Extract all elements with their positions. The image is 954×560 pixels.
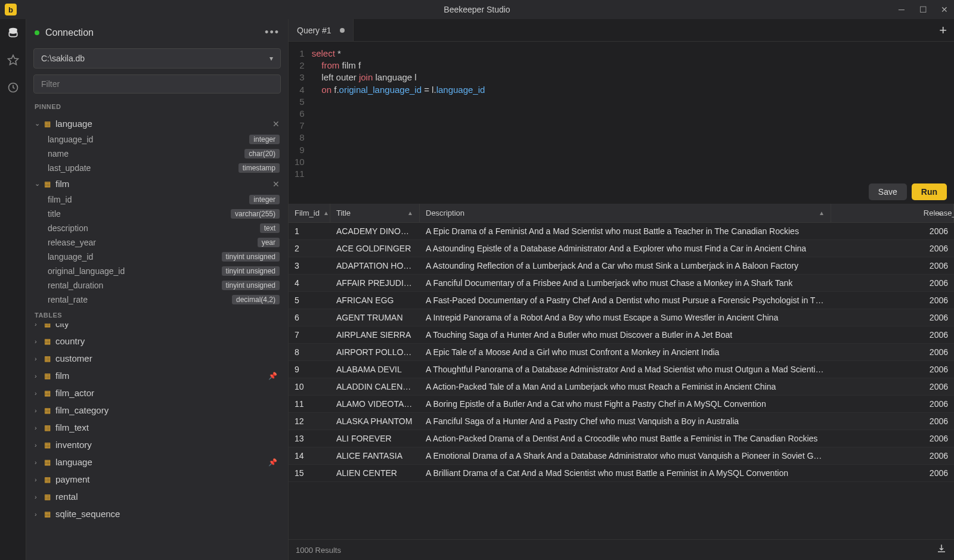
column-name: name (48, 149, 244, 158)
unpin-icon[interactable]: ✕ (272, 179, 280, 189)
column-name: release_year (48, 238, 258, 247)
table-node[interactable]: › ▦ language 📌 (26, 453, 288, 471)
chevron-down-icon: ▾ (270, 54, 273, 63)
maximize-icon[interactable]: ☐ (918, 5, 928, 14)
table-node[interactable]: › ▦ film_actor (26, 384, 288, 402)
run-button[interactable]: Run (912, 183, 947, 200)
column-type: tinyint unsigned (222, 266, 280, 276)
cell: 2006 (912, 330, 954, 340)
table-node[interactable]: › ▦ city (26, 323, 288, 332)
close-window-icon[interactable]: ✕ (940, 5, 949, 14)
cell: A Emotional Drama of a A Shark And a Dat… (420, 451, 831, 461)
table-node[interactable]: › ▦ sqlite_sequence (26, 505, 288, 522)
column-header[interactable]: Description▲ (420, 204, 831, 222)
connection-menu-button[interactable]: ••• (265, 26, 280, 39)
cell: A Astounding Reflection of a Lumberjack … (420, 261, 831, 270)
chevron-right-icon: › (35, 338, 41, 345)
query-tab[interactable]: Query #1 (289, 19, 354, 41)
table-name: film_category (55, 405, 280, 415)
cell: 2006 (912, 382, 954, 391)
cell: AIRPORT POLLOCK (330, 347, 420, 357)
table-name: customer (55, 353, 280, 363)
table-node[interactable]: › ▦ payment (26, 471, 288, 488)
database-select[interactable]: C:\sakila.db ▾ (33, 48, 281, 69)
cell: 2006 (912, 244, 954, 253)
unpin-icon[interactable]: ✕ (272, 119, 280, 129)
cell: 8 (289, 347, 330, 357)
sort-icon: ▲ (323, 210, 329, 216)
result-row[interactable]: 7 AIRPLANE SIERRA A Touching Saga of a H… (289, 326, 954, 344)
cell: A Astounding Epistle of a Database Admin… (420, 244, 831, 253)
cell: ALASKA PHANTOM (330, 416, 420, 426)
result-row[interactable]: 4 AFFAIR PREJUDICE A Fanciful Documentar… (289, 275, 954, 292)
column-row[interactable]: release_year year (26, 235, 288, 250)
filter-input[interactable]: Filter (33, 74, 281, 94)
sql-editor[interactable]: 12345678910111213 select * from film f l… (289, 42, 954, 180)
database-path: C:\sakila.db (41, 54, 85, 63)
table-node[interactable]: › ▦ film_text (26, 419, 288, 436)
column-row[interactable]: original_language_id tinyint unsigned (26, 264, 288, 278)
cell: 2006 (912, 416, 954, 426)
column-row[interactable]: language_id integer (26, 132, 288, 147)
column-row[interactable]: film_id integer (26, 192, 288, 207)
table-node[interactable]: › ▦ film_category (26, 402, 288, 419)
save-button[interactable]: Save (869, 183, 907, 200)
pinned-table-node[interactable]: ⌄ ▦ film ✕ (26, 175, 288, 192)
result-row[interactable]: 1 ACADEMY DINOSAUR A Epic Drama of a Fem… (289, 223, 954, 240)
filter-placeholder: Filter (41, 79, 60, 89)
table-node[interactable]: › ▦ film 📌 (26, 367, 288, 384)
history-icon[interactable] (7, 81, 20, 94)
column-name: original_language_id (48, 266, 222, 276)
result-row[interactable]: 14 ALICE FANTASIA A Emotional Drama of a… (289, 447, 954, 465)
result-row[interactable]: 13 ALI FOREVER A Action-Packed Drama of … (289, 430, 954, 447)
table-node[interactable]: › ▦ rental (26, 488, 288, 505)
column-header[interactable]: Film_id▲ (289, 204, 330, 222)
column-header[interactable]: ▲Release_year (831, 204, 954, 222)
cell: 2006 (912, 434, 954, 443)
result-row[interactable]: 8 AIRPORT POLLOCK A Epic Tale of a Moose… (289, 344, 954, 361)
result-row[interactable]: 5 AFRICAN EGG A Fast-Paced Documentary o… (289, 292, 954, 309)
result-row[interactable]: 10 ALADDIN CALENDAR A Action-Packed Tale… (289, 378, 954, 396)
chevron-right-icon: › (35, 441, 41, 449)
cell: A Action-Packed Drama of a Dentist And a… (420, 434, 831, 443)
result-row[interactable]: 3 ADAPTATION HOLES A Astounding Reflecti… (289, 257, 954, 275)
column-row[interactable]: title varchar(255) (26, 207, 288, 221)
table-node[interactable]: › ▦ customer (26, 350, 288, 367)
result-row[interactable]: 12 ALASKA PHANTOM A Fanciful Saga of a H… (289, 413, 954, 430)
cell: 7 (289, 330, 330, 340)
database-icon[interactable] (7, 26, 20, 39)
result-row[interactable]: 6 AGENT TRUMAN A Intrepid Panorama of a … (289, 309, 954, 326)
cell: ALADDIN CALENDAR (330, 382, 420, 391)
column-row[interactable]: last_update timestamp (26, 161, 288, 175)
chevron-right-icon: › (35, 390, 41, 397)
column-row[interactable]: description text (26, 221, 288, 235)
connection-label: Connection (45, 27, 265, 38)
table-icon: ▦ (44, 510, 51, 518)
column-row[interactable]: rental_rate decimal(4,2) (26, 293, 288, 306)
connection-header: Connection ••• (26, 19, 288, 46)
result-row[interactable]: 15 ALIEN CENTER A Brilliant Drama of a C… (289, 465, 954, 482)
column-type: integer (249, 135, 280, 144)
column-row[interactable]: rental_duration tinyint unsigned (26, 278, 288, 293)
result-row[interactable]: 2 ACE GOLDFINGER A Astounding Epistle of… (289, 240, 954, 257)
column-header[interactable]: Title▲ (330, 204, 420, 222)
table-name: rental (55, 491, 280, 502)
star-icon[interactable] (7, 54, 20, 67)
column-type: decimal(4,2) (232, 295, 280, 304)
download-icon[interactable] (936, 543, 947, 556)
chevron-right-icon: › (35, 493, 41, 500)
result-row[interactable]: 11 ALAMO VIDEOTAPE A Boring Epistle of a… (289, 396, 954, 413)
table-node[interactable]: › ▦ inventory (26, 436, 288, 453)
column-row[interactable]: language_id tinyint unsigned (26, 250, 288, 264)
column-row[interactable]: name char(20) (26, 147, 288, 161)
result-row[interactable]: 9 ALABAMA DEVIL A Thoughtful Panorama of… (289, 361, 954, 378)
sort-icon: ▲ (407, 210, 413, 216)
pinned-table-node[interactable]: ⌄ ▦ language ✕ (26, 115, 288, 132)
cell: 15 (289, 468, 330, 478)
column-name: title (48, 209, 231, 219)
minimize-icon[interactable]: ─ (897, 5, 906, 14)
cell: AFFAIR PREJUDICE (330, 278, 420, 288)
table-node[interactable]: › ▦ country (26, 332, 288, 350)
add-tab-button[interactable]: + (939, 23, 947, 38)
cell: A Boring Epistle of a Butler And a Cat w… (420, 399, 831, 409)
